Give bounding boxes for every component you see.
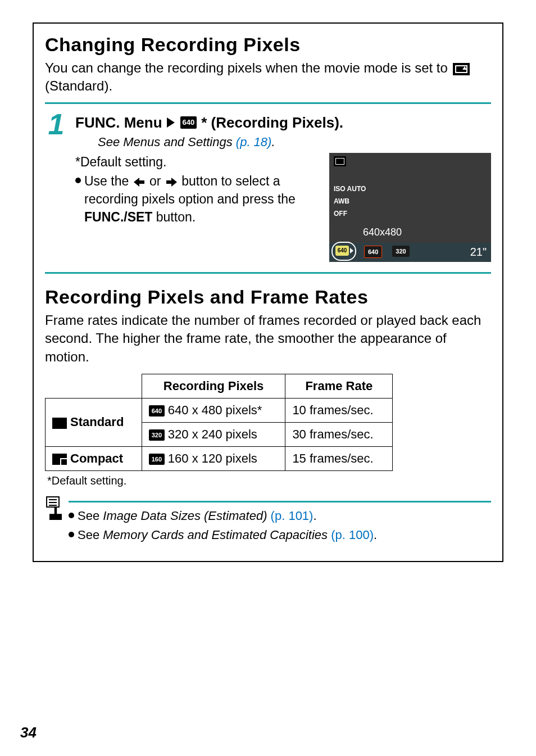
ref-post: . <box>374 528 377 542</box>
ref-link[interactable]: (p. 101) <box>267 509 314 523</box>
content-frame: Changing Recording Pixels You can change… <box>33 22 503 562</box>
triangle-right-icon <box>167 117 175 128</box>
step-title-post: * (Recording Pixels). <box>201 114 343 132</box>
bullet-end: button. <box>156 210 196 224</box>
mode-compact-label: Compact <box>70 451 123 465</box>
bullet-mid: or <box>149 174 165 188</box>
col-frame-rate: Frame Rate <box>285 374 393 398</box>
step-title: FUNC. Menu 640 * (Recording Pixels). <box>75 114 491 132</box>
size-160-icon: 160 <box>149 454 165 465</box>
camera-remaining-time: 21" <box>470 246 487 259</box>
table-footnote: *Default setting. <box>47 474 491 487</box>
table-blank-header <box>46 374 142 398</box>
table-row: Standard 640640 x 480 pixels* 10 frames/… <box>46 398 393 422</box>
ref-em: Image Data Sizes (Estimated) <box>103 509 267 523</box>
pixels-160: 160 x 120 pixels <box>168 451 257 465</box>
movie-mode-icon <box>334 156 346 166</box>
bullet-dot-icon <box>75 178 81 183</box>
divider <box>69 501 491 503</box>
left-arrow-icon <box>134 178 145 187</box>
page-number: 34 <box>20 724 37 741</box>
ref-pre: See <box>78 528 103 542</box>
camera-screen: ISO AUTO AWB OFF 640x480 640 640 <box>329 153 491 262</box>
see-ref-link[interactable]: (p. 18) <box>236 135 272 149</box>
step-bullet: Use the or button to select a recording … <box>75 172 317 227</box>
mode-standard-label: Standard <box>70 415 124 429</box>
reference-item: See Image Data Sizes (Estimated) (p. 101… <box>69 507 491 525</box>
table-header-row: Recording Pixels Frame Rate <box>46 374 393 398</box>
bullet-bold: FUNC./SET <box>84 210 152 224</box>
divider <box>45 102 491 104</box>
camera-options: 640 320 <box>363 246 410 258</box>
awb-icon: AWB <box>334 198 366 205</box>
rate-cell: 30 frames/sec. <box>285 422 393 446</box>
camera-option-320[interactable]: 320 <box>392 246 409 257</box>
ref-post: . <box>313 509 316 523</box>
table-row: Compact 160160 x 120 pixels 15 frames/se… <box>46 446 393 470</box>
camera-option-640[interactable]: 640 <box>364 246 382 258</box>
size-320-icon: 320 <box>149 429 165 441</box>
reference-item: See Memory Cards and Estimated Capacitie… <box>69 526 491 544</box>
ref-em: Memory Cards and Estimated Capacities <box>103 528 328 542</box>
reference-note-icon <box>45 495 63 518</box>
pixels-cell: 320320 x 240 pixels <box>142 422 285 446</box>
camera-side-icons: ISO AUTO AWB OFF <box>334 185 366 217</box>
see-ref-dot: . <box>271 135 275 149</box>
step-bullets: *Default setting. Use the or button to s… <box>75 153 321 228</box>
pixels-320: 320 x 240 pixels <box>168 427 257 441</box>
pixels-cell: 160160 x 120 pixels <box>142 446 285 470</box>
caret-right-icon <box>350 248 353 253</box>
section1-intro-pre: You can change the recording pixels when… <box>45 60 452 75</box>
camera-bottom-bar: 640 640 320 21" <box>329 243 491 262</box>
camera-resolution-label: 640x480 <box>363 227 402 238</box>
step-title-pre: FUNC. Menu <box>75 114 162 132</box>
mode-compact-cell: Compact <box>46 446 142 470</box>
section2-heading: Recording Pixels and Frame Rates <box>45 286 491 308</box>
bullet-dot-icon <box>69 532 74 537</box>
movie-standard-icon <box>52 418 67 429</box>
ref-pre: See <box>78 509 103 523</box>
see-ref-text: See Menus and Settings <box>98 135 236 149</box>
step-1: 1 FUNC. Menu 640 * (Recording Pixels). S… <box>45 112 491 262</box>
section1-intro-post: (Standard). <box>45 78 112 93</box>
bullet-dot-icon <box>69 513 74 518</box>
step-body: FUNC. Menu 640 * (Recording Pixels). See… <box>75 112 491 262</box>
size-640-icon: 640 <box>149 405 165 417</box>
default-setting-note: *Default setting. <box>75 153 317 171</box>
coff-icon: OFF <box>334 210 366 217</box>
bullet-pre: Use the <box>84 174 133 188</box>
step-see-ref: See Menus and Settings (p. 18). <box>98 135 491 150</box>
rate-cell: 15 frames/sec. <box>285 446 393 470</box>
mode-standard-cell: Standard <box>46 398 142 446</box>
bullet-text: Use the or button to select a recording … <box>84 172 317 227</box>
step-number: 1 <box>45 112 67 137</box>
pixels-table: Recording Pixels Frame Rate Standard 640… <box>45 374 393 471</box>
pixels-640: 640 x 480 pixels* <box>168 403 262 417</box>
col-recording-pixels: Recording Pixels <box>142 374 285 398</box>
ref-link[interactable]: (p. 100) <box>328 528 374 542</box>
camera-selector[interactable]: 640 <box>331 242 356 261</box>
rate-cell: 10 frames/sec. <box>285 398 393 422</box>
reference-box: See Image Data Sizes (Estimated) (p. 101… <box>45 495 491 545</box>
movie-standard-icon <box>453 63 470 75</box>
section1-heading: Changing Recording Pixels <box>45 34 491 56</box>
right-arrow-icon <box>166 178 177 187</box>
divider <box>45 272 491 274</box>
reference-list: See Image Data Sizes (Estimated) (p. 101… <box>69 507 491 544</box>
section2-intro: Frame rates indicate the number of frame… <box>45 311 491 366</box>
camera-selected-pill: 640 <box>335 246 349 256</box>
section1-intro: You can change the recording pixels when… <box>45 59 491 96</box>
pixel-badge-640-icon: 640 <box>180 116 197 129</box>
pixels-cell: 640640 x 480 pixels* <box>142 398 285 422</box>
movie-compact-icon <box>52 454 67 465</box>
iso-icon: ISO AUTO <box>334 185 366 192</box>
